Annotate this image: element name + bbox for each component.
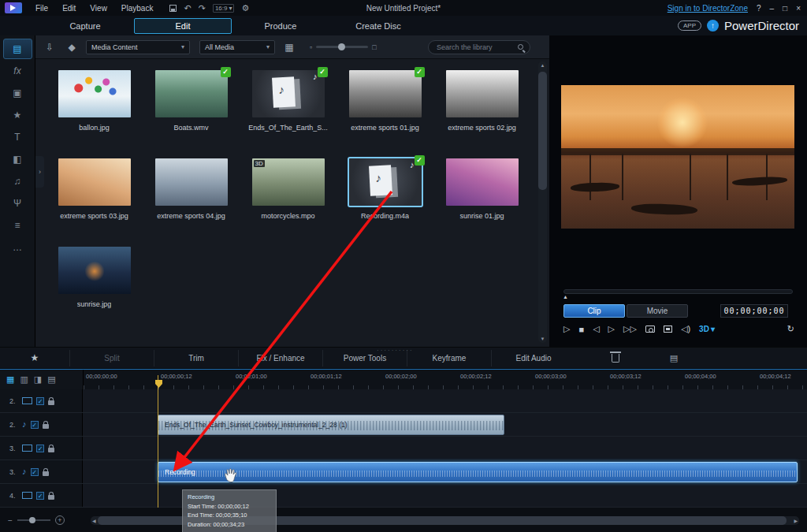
lock-icon[interactable]	[48, 400, 54, 405]
settings-gear-icon[interactable]: ⚙	[241, 3, 249, 13]
zoom-in-icon[interactable]: +	[55, 515, 65, 525]
preview-seek-bar[interactable]	[563, 289, 793, 294]
edit-audio-button[interactable]: Edit Audio	[491, 350, 575, 366]
track-enable-checkbox[interactable]: ✓	[31, 421, 39, 429]
snapshot-icon[interactable]	[664, 326, 672, 333]
track-enable-checkbox[interactable]: ✓	[36, 445, 44, 452]
library-item[interactable]: ✓ ♪ ♪ Ends_Of_The_Earth_S...	[240, 64, 337, 152]
search-icon[interactable]	[518, 44, 523, 50]
track-enable-checkbox[interactable]: ✓	[36, 397, 44, 405]
scroll-up-icon[interactable]: ▲	[538, 63, 547, 68]
voiceover-room-icon[interactable]: Ψ	[3, 193, 32, 214]
library-item[interactable]: extreme sports 04.jpg	[143, 152, 240, 240]
clip-mode-button[interactable]: Clip	[563, 304, 625, 318]
menu-view[interactable]: View	[83, 4, 114, 13]
media-room-icon[interactable]: ▤	[3, 39, 32, 59]
grid-view-icon[interactable]: ▦	[281, 42, 297, 53]
timeline-ruler[interactable]: 00;00;00;00 00;00;00;12 00;00;01;00 00;0…	[83, 370, 807, 389]
tab-create-disc[interactable]: Create Disc	[329, 18, 427, 34]
keyframe-button[interactable]: Keyframe	[407, 350, 491, 366]
menu-edit[interactable]: Edit	[55, 4, 83, 13]
particle-room-icon[interactable]: ★	[3, 105, 32, 125]
zoom-slider[interactable]	[17, 519, 50, 521]
aspect-ratio-selector[interactable]: 16:9 ▾	[213, 4, 235, 13]
movie-mode-button[interactable]: Movie	[627, 304, 688, 318]
tab-capture[interactable]: Capture	[36, 18, 134, 34]
library-item[interactable]: sunrise 01.jpg	[433, 152, 530, 240]
chapter-room-icon[interactable]: ≡	[3, 215, 32, 236]
minimize-button[interactable]: –	[770, 4, 775, 13]
camera-icon[interactable]	[645, 326, 655, 333]
lock-icon[interactable]	[43, 424, 49, 429]
timeline-clip-recording[interactable]: Recording	[158, 462, 798, 482]
lock-icon[interactable]	[43, 471, 49, 476]
stop-button[interactable]: ■	[578, 325, 584, 334]
scroll-right-icon[interactable]: ▶	[794, 518, 798, 523]
slider-thumb[interactable]	[338, 43, 345, 50]
seek-playhead-icon[interactable]: ▲	[563, 294, 568, 299]
video-track-lane[interactable]	[83, 437, 807, 459]
library-item[interactable]: 3D motorcycles.mpo	[240, 152, 337, 240]
tab-produce[interactable]: Produce	[232, 18, 329, 34]
media-content-dropdown[interactable]: Media Content ▾	[86, 40, 190, 54]
pip-objects-room-icon[interactable]: ▣	[3, 83, 32, 103]
list-view-icon[interactable]: ▤	[670, 353, 678, 363]
help-button[interactable]: ?	[757, 4, 761, 13]
upgrade-arrow-icon[interactable]: ↑	[707, 20, 719, 32]
library-item-selected[interactable]: ✓ ♪ ♪ Recording.m4a	[337, 152, 433, 240]
signin-directorzone-link[interactable]: Sign in to DirectorZone	[668, 4, 748, 13]
timeline-clip-music[interactable]: Ends_Of_The_Earth_Sunset_Cowboy_instrume…	[158, 415, 504, 435]
menu-file[interactable]: File	[28, 4, 55, 13]
previous-frame-button[interactable]: ◁	[593, 324, 599, 334]
snap-icon[interactable]: ◨	[34, 374, 42, 385]
track-enable-checkbox[interactable]: ✓	[31, 468, 39, 476]
library-vertical-scrollbar[interactable]: ▲ ▼	[538, 61, 547, 343]
redo-icon[interactable]: ↷	[199, 3, 206, 13]
zoom-slider-thumb[interactable]	[29, 517, 35, 523]
thumbnail-size-slider[interactable]	[316, 46, 368, 48]
audio-mixing-room-icon[interactable]: ♫	[3, 171, 32, 192]
track-enable-checkbox[interactable]: ✓	[36, 492, 44, 500]
panel-collapse-handle[interactable]: ›	[35, 156, 44, 188]
magic-tools-icon[interactable]: ★	[0, 352, 69, 363]
playhead-line[interactable]	[158, 375, 158, 508]
range-select-icon[interactable]: ▥	[20, 374, 28, 385]
library-item[interactable]: sunrise.jpg	[46, 240, 143, 329]
small-thumbnail-icon[interactable]: ▫	[310, 43, 312, 51]
scroll-down-icon[interactable]: ▼	[538, 337, 547, 341]
media-filter-dropdown[interactable]: All Media ▾	[199, 40, 275, 54]
subtitle-room-icon[interactable]: …	[3, 237, 32, 258]
split-button[interactable]: Split	[69, 350, 154, 366]
tab-edit[interactable]: Edit	[134, 18, 232, 34]
save-icon[interactable]	[169, 5, 177, 12]
lock-icon[interactable]	[48, 448, 54, 452]
library-item[interactable]: extreme sports 02.jpg	[433, 64, 530, 152]
track-manager-icon[interactable]: ▦	[6, 374, 14, 385]
loop-playback-icon[interactable]: ↻	[787, 324, 794, 334]
undo-icon[interactable]: ↶	[184, 3, 191, 13]
panel-drag-handle[interactable]	[377, 347, 414, 354]
library-item[interactable]: extreme sports 03.jpg	[46, 152, 143, 240]
3d-display-button[interactable]: 3D ▾	[699, 325, 715, 333]
effect-room-icon[interactable]: fx	[3, 61, 32, 81]
trash-icon[interactable]	[612, 354, 619, 363]
next-frame-button[interactable]: ▷	[608, 324, 615, 334]
trim-button[interactable]: Trim	[154, 350, 238, 366]
playhead-marker[interactable]	[155, 380, 162, 388]
import-media-icon[interactable]: ⇩	[42, 42, 58, 53]
library-menu-icon[interactable]: ◆	[64, 42, 80, 53]
search-input[interactable]	[435, 43, 514, 52]
track-view-icon[interactable]: ▤	[47, 374, 55, 385]
scroll-left-icon[interactable]: ◀	[92, 518, 96, 523]
menu-playback[interactable]: Playback	[114, 4, 161, 13]
lock-icon[interactable]	[48, 495, 54, 500]
library-item[interactable]: ✓ extreme sports 01.jpg	[337, 64, 433, 152]
close-button[interactable]: ×	[796, 4, 801, 13]
library-item[interactable]: ballon.jpg	[46, 64, 143, 152]
large-thumbnail-icon[interactable]: □	[372, 43, 376, 51]
library-item[interactable]: ✓ Boats.wmv	[143, 64, 240, 152]
scrollbar-thumb[interactable]	[538, 72, 547, 190]
title-room-icon[interactable]: T	[3, 127, 32, 147]
transition-room-icon[interactable]: ◧	[3, 149, 32, 169]
maximize-button[interactable]: □	[783, 4, 787, 13]
